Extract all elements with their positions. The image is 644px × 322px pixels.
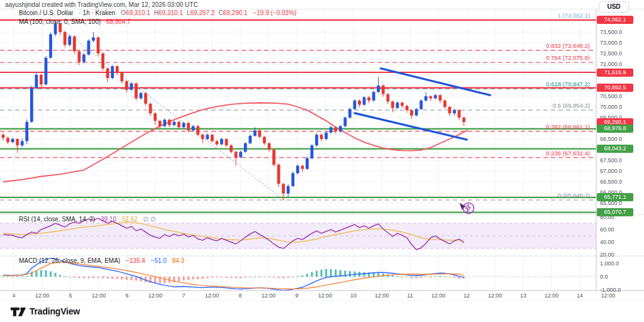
axis-tick: -1,000.0 <box>600 287 621 293</box>
tradingview-logo[interactable]: TradingView <box>10 306 80 317</box>
macd-histogram <box>2 269 465 283</box>
axis-tick: 67,500.0 <box>600 157 622 164</box>
axis-tick: 72,500.0 <box>600 50 622 57</box>
axis-tick: 0.0 <box>600 274 608 280</box>
axis-tick: 73,000.0 <box>600 40 622 46</box>
axis-tick: 60.00 <box>600 226 614 233</box>
currency-button[interactable]: USD <box>599 1 629 13</box>
price-tag: 71,616.9 <box>597 69 633 77</box>
axis-tick: 66,500.0 <box>600 179 622 185</box>
price-tag: 68,976.8 <box>597 125 633 133</box>
dotted-downtrend-line <box>58 26 286 201</box>
axis-tick: 70,500.0 <box>600 93 622 99</box>
axis-tick: 72,000.0 <box>600 61 622 67</box>
axis-tick: 70,000.0 <box>600 104 622 110</box>
macd-signal-line <box>3 262 464 289</box>
price-tag: 70,892.5 <box>597 84 633 92</box>
footer: TradingView <box>0 301 644 322</box>
pane-separators <box>0 9 644 301</box>
price-tag: 68,043.2 <box>597 145 633 153</box>
price-tag: 65,070.7 <box>597 208 633 216</box>
axis-tick: 67,000.0 <box>600 168 622 174</box>
tradingview-chart-page: aayushjindal created with TradingView.co… <box>0 0 644 322</box>
price-tag: 65,771.1 <box>597 193 633 201</box>
axis-tick: 1,000.0 <box>600 260 619 267</box>
price-tag: 74,062.1 <box>597 16 633 24</box>
tradingview-logo-icon <box>10 306 26 317</box>
axis-tick: 68,500.0 <box>600 136 622 142</box>
axis-tick: 40.00 <box>600 239 614 245</box>
price-axis[interactable]: 73,500.073,000.072,500.072,000.071,500.0… <box>596 0 644 322</box>
axis-tick: 20.00 <box>600 252 614 258</box>
tradingview-logo-text: TradingView <box>30 306 80 316</box>
axis-tick: 73,500.0 <box>600 29 622 35</box>
ma-100-line <box>3 103 468 182</box>
chart-canvas[interactable] <box>0 0 644 322</box>
